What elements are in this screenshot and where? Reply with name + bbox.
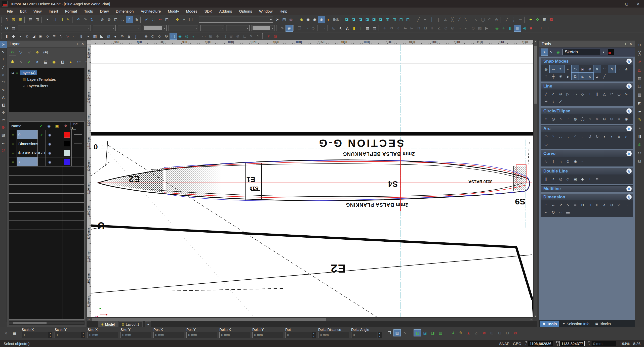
layer-color-swatch[interactable] — [62, 148, 72, 157]
bool-subtract[interactable]: ◎ — [183, 33, 190, 39]
frame-cross[interactable]: ⊠ — [512, 330, 519, 336]
arc-concentric[interactable]: ◝ — [550, 133, 557, 140]
circle-2point[interactable]: ⊚ — [593, 115, 601, 122]
dim-linear[interactable]: ↔ — [550, 201, 557, 208]
calc-v[interactable]: ▦ — [364, 25, 371, 31]
snap-apex[interactable]: ◭ — [564, 73, 572, 80]
inspector-field-spinner[interactable]: ▴▾ — [48, 332, 52, 338]
menu-item[interactable]: Modify — [165, 8, 182, 15]
antenna-1[interactable]: ⊺ — [538, 25, 545, 31]
layer-line-style[interactable] — [72, 139, 84, 148]
chevron-down-icon[interactable]: ▾ — [601, 49, 606, 55]
layer-color-swatch[interactable] — [62, 130, 72, 139]
workplane-by-face[interactable]: ◪ — [350, 16, 357, 23]
line-polyline[interactable]: ∠ — [550, 90, 557, 98]
layer-combo[interactable] — [18, 25, 91, 31]
compass-target[interactable]: ◎ — [494, 25, 500, 31]
measure-radius[interactable]: ⊙ — [442, 25, 449, 31]
canvas-hscrollbar[interactable]: ◂ ▸ — [87, 317, 533, 321]
vscroll-thumb[interactable] — [534, 46, 537, 104]
insert-entity[interactable]: ✦ — [527, 16, 534, 23]
entity-dots[interactable]: ┊ — [510, 16, 517, 23]
double-polyline[interactable]: ∧ — [550, 175, 557, 183]
triangle-probe[interactable]: ◭ — [344, 25, 351, 31]
layer-palette-titlebar[interactable]: Layer ⊤ ✕ — [7, 40, 87, 48]
curve-bezier[interactable]: ∿ — [542, 158, 550, 165]
entity-bar[interactable]: │ — [428, 16, 435, 23]
dim-angular[interactable]: ∡ — [601, 201, 608, 208]
collapse-button[interactable]: ≪ — [626, 59, 632, 64]
frame-dot[interactable]: ⊡ — [496, 330, 503, 336]
menu-item[interactable]: File — [4, 8, 16, 15]
grid-toggle[interactable]: ▦ — [541, 16, 548, 23]
tool-options[interactable]: ⚙ — [0, 124, 7, 131]
transform-shear[interactable]: ◊ — [395, 25, 402, 31]
ellipse-3point[interactable]: ◉ — [623, 115, 630, 122]
redline-pen[interactable]: ✒ — [157, 16, 164, 23]
new-file[interactable]: ▯ — [3, 16, 10, 23]
vertical-ruler[interactable]: 1250 mm1240 mm1230 mm1220 mm1210 mm1200 … — [87, 45, 91, 317]
snap-nearest[interactable]: ↖ — [557, 65, 564, 73]
antenna-2[interactable]: ⊺ — [545, 25, 551, 31]
zoom-in[interactable]: ⊕ — [99, 16, 106, 23]
menu-item[interactable]: Format — [62, 8, 80, 15]
render-scene[interactable]: ◬ — [181, 16, 187, 23]
snap-opposite[interactable]: Ω — [572, 73, 579, 80]
dim-continuous[interactable]: ⊓ — [579, 201, 586, 208]
inspector-field-input[interactable]: 0 mm — [318, 333, 349, 337]
layer-visible-toggle[interactable]: ◉ — [46, 139, 54, 148]
col-visible[interactable]: ◉ — [45, 122, 53, 130]
text-3d[interactable]: 3D — [119, 33, 126, 39]
tool-arc[interactable]: ◠ — [0, 79, 7, 85]
curve-freehand[interactable]: ≈ — [579, 158, 586, 165]
snap-vertical[interactable]: ⊺ — [542, 73, 550, 80]
dim-quick-leader[interactable]: Q — [550, 208, 557, 216]
rt-link[interactable]: ⊶ — [636, 150, 643, 156]
axis-z-checkbox[interactable] — [588, 341, 590, 343]
mark-entity[interactable]: ▩ — [548, 16, 554, 23]
snap-tangent[interactable]: ⋔ — [623, 65, 630, 73]
globe-mode[interactable]: ◉ — [555, 49, 561, 55]
tool-text[interactable]: A — [0, 94, 7, 101]
menu-item[interactable]: Options — [236, 8, 255, 15]
scale-lock[interactable]: ▮ — [351, 25, 357, 31]
transform-rail[interactable]: ⊓ — [415, 25, 422, 31]
measure-angle[interactable]: ∠ — [436, 25, 442, 31]
delete-layer[interactable]: ✕ — [17, 59, 24, 65]
redline-hatch[interactable]: ▨ — [272, 33, 279, 39]
double-rectangle[interactable]: ▣ — [572, 175, 579, 183]
arc-tan-line[interactable]: ◜ — [572, 133, 579, 140]
inspector-field-input[interactable]: 0 mm — [253, 333, 283, 337]
solid-pill[interactable]: ▭ — [71, 33, 78, 39]
coord-z-field[interactable]: 0 mm — [591, 341, 616, 346]
redo[interactable]: ↷ — [82, 16, 89, 23]
angle-query[interactable]: ∢ — [337, 25, 344, 31]
entity-circle2[interactable]: ◯ — [479, 16, 486, 23]
home-view[interactable]: ⌂ — [473, 330, 480, 336]
tag-mode[interactable]: ◇ — [310, 25, 316, 31]
solid-mesh[interactable]: ▧ — [105, 33, 112, 39]
pen-width-combo[interactable] — [118, 25, 141, 31]
minimize-button[interactable]: — — [609, 0, 621, 8]
solid-glass[interactable]: ▽ — [64, 33, 71, 39]
layer-name[interactable]: $CONSTRUCTI — [17, 148, 38, 157]
pick-filter[interactable]: ▽ — [26, 49, 32, 56]
tool-select[interactable]: ➤ — [0, 41, 7, 48]
refresh-layers[interactable]: ↺ — [9, 49, 16, 56]
layer-name[interactable]: 7 — [17, 157, 38, 166]
menu-item[interactable]: Edit — [17, 8, 30, 15]
bool-add[interactable]: ◆ — [143, 33, 149, 39]
solid-grid[interactable]: ▦ — [92, 33, 98, 39]
line-tangent-from-arc[interactable]: ◡ — [615, 90, 623, 98]
rt-copy-stack[interactable]: ❐ — [636, 83, 643, 90]
snap-vertex[interactable]: ↦ — [550, 65, 557, 73]
snap-face[interactable]: ▱ — [615, 65, 623, 73]
line-irregular-polygon[interactable]: ▷ — [564, 90, 572, 98]
menu-item[interactable]: Window — [256, 8, 276, 15]
array-grid4[interactable]: ⊞ — [207, 33, 214, 39]
copy-properties[interactable]: ❐ — [296, 25, 303, 31]
tool-eraser[interactable]: ▱ — [0, 117, 7, 123]
publish[interactable]: ❒ — [187, 16, 194, 23]
transform-fence[interactable]: ⊔ — [422, 25, 429, 31]
rt-panel[interactable]: ▥ — [636, 92, 643, 98]
